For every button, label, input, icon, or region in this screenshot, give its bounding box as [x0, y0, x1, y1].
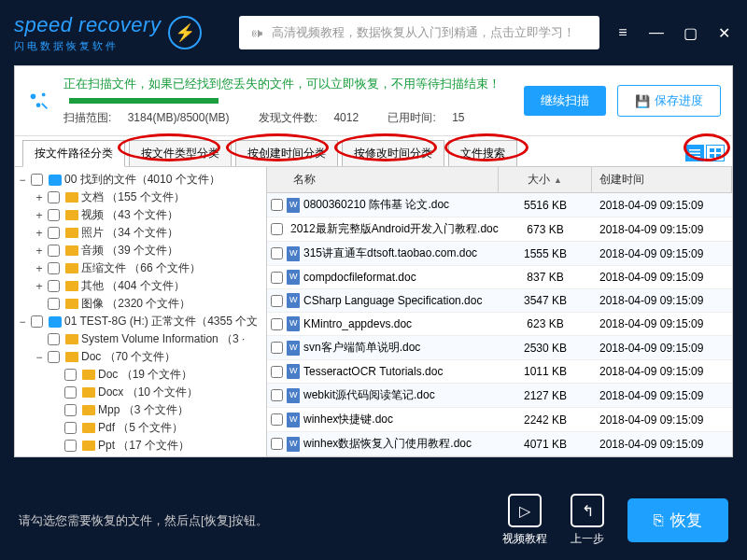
tree-checkbox[interactable]	[48, 280, 60, 292]
expand-toggle[interactable]: −	[34, 351, 45, 364]
grid-view-button[interactable]	[706, 145, 725, 161]
save-progress-button[interactable]: 💾保存进度	[617, 85, 721, 117]
tree-node[interactable]: +其他 （404 个文件）	[17, 277, 264, 295]
tree-label[interactable]: System Volume Information （3 ·	[81, 331, 245, 347]
expand-toggle[interactable]	[50, 404, 62, 417]
column-created[interactable]: 创建时间	[592, 167, 732, 192]
tree-checkbox[interactable]	[48, 191, 60, 203]
file-checkbox[interactable]	[271, 366, 283, 378]
file-checkbox[interactable]	[271, 247, 283, 259]
file-checkbox[interactable]	[271, 223, 283, 235]
expand-toggle[interactable]: −	[17, 174, 28, 187]
tree-node[interactable]: +压缩文件 （66 个文件）	[17, 259, 264, 277]
expand-toggle[interactable]	[34, 298, 45, 311]
file-checkbox[interactable]	[271, 199, 283, 211]
continue-scan-button[interactable]: 继续扫描	[524, 86, 606, 116]
tree-label[interactable]: Mpp （3 个文件）	[98, 402, 189, 418]
tree-node[interactable]: −01 TEST-8G (H:) 正常文件（4355 个文	[17, 313, 264, 330]
column-name[interactable]: 名称	[267, 167, 499, 192]
file-row[interactable]: winhex数据恢复入门使用教程.doc4071 KB2018-04-09 09…	[267, 432, 732, 456]
file-checkbox[interactable]	[271, 318, 283, 330]
expand-toggle[interactable]	[34, 333, 45, 346]
tree-label[interactable]: 01 TEST-8G (H:) 正常文件（4355 个文	[64, 314, 258, 329]
tree-node[interactable]: System Volume Information （3 ·	[17, 330, 264, 348]
menu-icon[interactable]: ≡	[613, 24, 632, 42]
file-checkbox[interactable]	[271, 389, 283, 401]
expand-toggle[interactable]	[50, 369, 62, 382]
tree-checkbox[interactable]	[48, 245, 60, 257]
tree-node[interactable]: +视频 （43 个文件）	[17, 206, 264, 224]
file-checkbox[interactable]	[271, 342, 283, 354]
tree-checkbox[interactable]	[48, 227, 60, 239]
file-row[interactable]: webkit源代码阅读笔记.doc2127 KB2018-04-09 09:15…	[267, 384, 732, 408]
tree-checkbox[interactable]	[64, 369, 77, 381]
tree-node[interactable]: Doc （19 个文件）	[17, 366, 264, 384]
tab-by-path[interactable]: 按文件路径分类	[22, 140, 125, 167]
file-row[interactable]: CSharp Language Specification.doc3547 KB…	[267, 289, 732, 313]
expand-toggle[interactable]: +	[34, 191, 45, 204]
expand-toggle[interactable]: +	[34, 209, 45, 222]
tree-node[interactable]: −Doc （70 个文件）	[17, 348, 264, 366]
file-row[interactable]: svn客户端简单说明.doc2530 KB2018-04-09 09:15:09	[267, 336, 732, 360]
tree-label[interactable]: 其他 （404 个文件）	[81, 278, 185, 294]
back-button[interactable]: ↰ 上一步	[571, 494, 604, 547]
tree-label[interactable]: Pptx （3 个文件）	[98, 455, 189, 456]
tree-checkbox[interactable]	[48, 298, 60, 310]
file-row[interactable]: KMintro_appdevs.doc623 KB2018-04-09 09:1…	[267, 313, 732, 336]
tab-by-modified[interactable]: 按修改时间分类	[342, 140, 444, 166]
maximize-button[interactable]: ▢	[681, 24, 699, 42]
tree-checkbox[interactable]	[64, 404, 77, 416]
file-checkbox[interactable]	[271, 295, 283, 307]
tree-node[interactable]: Mpp （3 个文件）	[17, 401, 264, 419]
tree-label[interactable]: Docx （10 个文件）	[98, 385, 198, 400]
tree-node[interactable]: Docx （10 个文件）	[17, 384, 264, 401]
file-checkbox[interactable]	[271, 272, 283, 284]
tree-node[interactable]: −00 找到的文件（4010 个文件）	[17, 171, 264, 189]
tree-label[interactable]: Doc （19 个文件）	[98, 367, 192, 383]
tree-checkbox[interactable]	[64, 422, 77, 434]
tree-checkbox[interactable]	[64, 440, 77, 452]
tree-label[interactable]: 压缩文件 （66 个文件）	[81, 260, 201, 276]
file-row[interactable]: compdocfileformat.doc837 KB2018-04-09 09…	[267, 266, 732, 289]
expand-toggle[interactable]	[50, 422, 62, 435]
file-row[interactable]: 2012最新完整版Android开发入门教程.doc673 KB2018-04-…	[267, 217, 732, 242]
file-row[interactable]: TesseractOCR Tutorials.doc1011 KB2018-04…	[267, 360, 732, 384]
tree-checkbox[interactable]	[64, 386, 77, 399]
expand-toggle[interactable]: +	[34, 262, 45, 275]
close-button[interactable]: ✕	[714, 24, 733, 42]
list-view-button[interactable]	[685, 145, 704, 161]
tree-checkbox[interactable]	[31, 174, 43, 186]
promo-banner[interactable]: 🕪 高清视频教程，数据恢复从入门到精通，点击立即学习！	[239, 16, 599, 49]
tree-node[interactable]: 图像 （2320 个文件）	[17, 295, 264, 313]
video-tutorial-button[interactable]: ▷ 视频教程	[502, 494, 547, 547]
tab-by-type[interactable]: 按文件类型分类	[129, 140, 232, 166]
tree-label[interactable]: 音频 （39 个文件）	[81, 243, 178, 259]
tree-node[interactable]: +文档 （155 个文件）	[17, 189, 264, 206]
tree-label[interactable]: 图像 （2320 个文件）	[81, 296, 190, 312]
tab-search[interactable]: 文件搜索	[448, 140, 517, 166]
tab-by-created[interactable]: 按创建时间分类	[235, 140, 338, 166]
file-row[interactable]: winhex快捷键.doc2242 KB2018-04-09 09:15:09	[267, 408, 732, 432]
tree-label[interactable]: 00 找到的文件（4010 个文件）	[64, 172, 220, 188]
tree-node[interactable]: Pptx （3 个文件）	[17, 455, 264, 456]
tree-node[interactable]: +照片 （34 个文件）	[17, 224, 264, 242]
tree-node[interactable]: Pdf （5 个文件）	[17, 419, 264, 437]
file-row[interactable]: 315讲直通车dtsoft.taobao.com.doc1555 KB2018-…	[267, 242, 732, 266]
tree-checkbox[interactable]	[48, 209, 60, 221]
tree-label[interactable]: 照片 （34 个文件）	[81, 225, 178, 241]
file-row[interactable]: 0800360210 陈伟基 论文.doc5516 KB2018-04-09 0…	[267, 193, 732, 217]
expand-toggle[interactable]: −	[17, 315, 28, 329]
tree-node[interactable]: Ppt （17 个文件）	[17, 437, 264, 455]
tree-label[interactable]: 视频 （43 个文件）	[81, 207, 178, 223]
tree-checkbox[interactable]	[48, 262, 60, 274]
tree-label[interactable]: Doc （70 个文件）	[81, 349, 176, 365]
expand-toggle[interactable]: +	[34, 227, 45, 240]
tree-checkbox[interactable]	[48, 351, 60, 363]
tree-checkbox[interactable]	[31, 315, 43, 328]
expand-toggle[interactable]: +	[34, 245, 45, 258]
minimize-button[interactable]: —	[647, 24, 666, 42]
tree-label[interactable]: Pdf （5 个文件）	[98, 420, 183, 436]
tree-label[interactable]: Ppt （17 个文件）	[98, 438, 190, 454]
expand-toggle[interactable]	[50, 386, 62, 399]
folder-tree[interactable]: −00 找到的文件（4010 个文件）+文档 （155 个文件）+视频 （43 …	[15, 167, 267, 456]
